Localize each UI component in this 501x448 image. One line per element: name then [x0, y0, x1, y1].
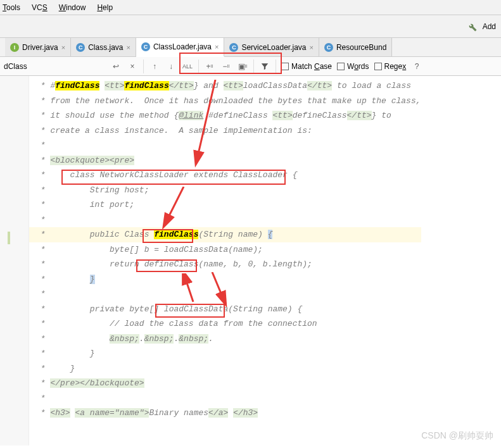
help-icon[interactable]: ?: [411, 61, 422, 72]
tab-driver[interactable]: IDriver.java×: [5, 38, 71, 56]
tab-resourcebundle[interactable]: CResourceBund: [319, 38, 392, 56]
class-icon: C: [229, 43, 238, 52]
close-icon[interactable]: ×: [310, 44, 314, 51]
add-selection-icon[interactable]: +II: [204, 61, 215, 72]
class-icon: C: [76, 43, 85, 52]
gutter: [0, 76, 29, 445]
code-editor[interactable]: * #findClass <tt>findClass</tt>} and <tt…: [0, 76, 501, 445]
interface-icon: I: [10, 43, 19, 52]
words-checkbox[interactable]: Words: [337, 62, 369, 71]
find-bar: ↩ × ↑ ↓ ALL +II −II ▣II Match Case Words…: [0, 57, 501, 76]
tab-classloader[interactable]: CClassLoader.java×: [136, 38, 225, 57]
search-input[interactable]: [4, 62, 105, 71]
class-icon: C: [324, 43, 333, 52]
menu-vcs[interactable]: VCS: [32, 3, 48, 12]
arrow-icon: [181, 273, 206, 305]
close-icon[interactable]: ×: [61, 44, 65, 51]
history-icon[interactable]: ↩: [110, 61, 122, 72]
wrench-icon[interactable]: [466, 21, 478, 32]
select-all-icon[interactable]: ALL: [182, 61, 193, 72]
prev-match-icon[interactable]: ↑: [149, 61, 160, 72]
menu-help[interactable]: Help: [97, 3, 113, 12]
select-occurrences-icon[interactable]: ▣II: [237, 61, 248, 72]
menu-window[interactable]: Window: [59, 3, 86, 12]
top-toolbar: Add: [0, 15, 501, 38]
menu-bar: TToolsools VCS Window Help: [0, 0, 501, 15]
next-match-icon[interactable]: ↓: [165, 61, 177, 72]
svg-line-3: [212, 272, 225, 302]
watermark: CSDN @刷帅耍帅: [421, 430, 493, 442]
arrow-icon: [158, 187, 190, 231]
add-button[interactable]: Add: [483, 22, 496, 31]
editor-tabs: IDriver.java× CClass.java× CClassLoader.…: [0, 38, 501, 57]
class-icon: C: [141, 42, 150, 51]
regex-checkbox[interactable]: Regex: [374, 62, 407, 71]
svg-line-1: [165, 187, 184, 225]
close-icon[interactable]: ×: [215, 43, 219, 51]
tab-class[interactable]: CClass.java×: [71, 38, 136, 56]
arrow-icon: [209, 272, 234, 307]
svg-line-2: [184, 273, 193, 302]
tab-serviceloader[interactable]: CServiceLoader.java×: [224, 38, 319, 56]
svg-line-0: [196, 80, 215, 162]
filter-icon[interactable]: [259, 61, 270, 72]
menu-tools[interactable]: TToolsools: [3, 3, 20, 12]
match-case-checkbox[interactable]: Match Case: [281, 62, 332, 71]
close-icon[interactable]: ×: [126, 44, 130, 51]
arrow-icon: [190, 80, 228, 168]
clear-icon[interactable]: ×: [127, 61, 138, 72]
remove-selection-icon[interactable]: −II: [220, 61, 232, 72]
